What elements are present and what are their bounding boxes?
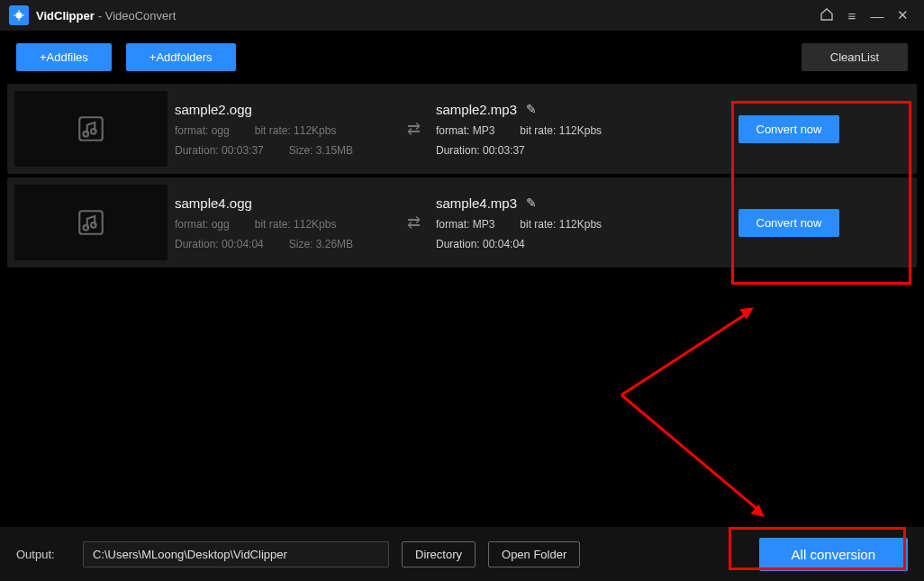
svg-point-9: [84, 225, 89, 231]
file-row: sample2.ogg format: ogg bit rate: 112Kpb…: [7, 84, 917, 174]
source-duration: Duration: 00:04:04: [175, 238, 264, 250]
close-icon[interactable]: ✕: [890, 7, 915, 23]
target-duration: Duration: 00:03:37: [436, 144, 525, 157]
toolbar: +Addfiles +Addfolders CleanList: [0, 31, 924, 84]
svg-rect-5: [79, 117, 103, 141]
svg-point-10: [91, 222, 96, 228]
output-label: Output:: [16, 548, 70, 561]
svg-rect-3: [18, 10, 19, 12]
directory-button[interactable]: Directory: [402, 541, 476, 567]
source-bitrate: bit rate: 112Kpbs: [255, 124, 337, 137]
convert-arrow-icon: ⇄: [391, 177, 436, 268]
target-duration: Duration: 00:04:04: [436, 238, 525, 250]
edit-icon[interactable]: ✎: [526, 195, 537, 210]
menu-icon[interactable]: ≡: [839, 8, 865, 23]
svg-rect-1: [14, 14, 15, 15]
target-filename: sample2.mp3: [436, 102, 517, 117]
source-format: format: ogg: [175, 218, 230, 231]
edit-icon[interactable]: ✎: [526, 102, 537, 116]
app-name: VidClipper: [36, 9, 95, 23]
source-size: Size: 3.26MB: [289, 238, 353, 250]
svg-rect-4: [18, 19, 19, 21]
app-subtitle: - VideoConvert: [98, 9, 176, 23]
svg-rect-2: [23, 14, 24, 15]
svg-point-7: [91, 129, 96, 134]
svg-point-6: [84, 132, 89, 137]
file-row: sample4.ogg format: ogg bit rate: 112Kpb…: [7, 177, 917, 268]
output-path-input[interactable]: [83, 541, 389, 567]
source-format: format: ogg: [175, 124, 230, 137]
all-conversion-button[interactable]: All conversion: [759, 538, 908, 571]
source-filename: sample2.ogg: [175, 102, 391, 117]
home-icon[interactable]: [814, 7, 839, 24]
target-bitrate: bit rate: 112Kpbs: [520, 124, 602, 137]
file-thumbnail: [14, 91, 168, 167]
convert-now-button[interactable]: Convert now: [738, 115, 840, 143]
titlebar: VidClipper - VideoConvert ≡ — ✕: [0, 0, 924, 31]
minimize-icon[interactable]: —: [865, 8, 890, 23]
add-files-button[interactable]: +Addfiles: [16, 43, 112, 71]
convert-arrow-icon: ⇄: [391, 84, 436, 174]
source-bitrate: bit rate: 112Kpbs: [255, 218, 337, 231]
target-filename: sample4.mp3: [436, 195, 517, 211]
open-folder-button[interactable]: Open Folder: [488, 541, 580, 567]
target-bitrate: bit rate: 112Kpbs: [520, 218, 602, 231]
target-format: format: MP3: [436, 124, 494, 137]
svg-rect-8: [79, 211, 103, 234]
file-thumbnail: [14, 185, 168, 260]
app-logo: [9, 5, 29, 25]
source-duration: Duration: 00:03:37: [175, 144, 264, 157]
source-size: Size: 3.15MB: [289, 144, 353, 157]
svg-point-0: [16, 13, 23, 19]
clean-list-button[interactable]: CleanList: [802, 43, 908, 71]
source-filename: sample4.ogg: [175, 195, 391, 211]
convert-now-button[interactable]: Convert now: [738, 209, 840, 237]
add-folders-button[interactable]: +Addfolders: [126, 43, 236, 71]
file-list: sample2.ogg format: ogg bit rate: 112Kpb…: [0, 84, 924, 268]
bottom-bar: Output: Directory Open Folder All conver…: [0, 527, 924, 581]
target-format: format: MP3: [436, 218, 494, 231]
